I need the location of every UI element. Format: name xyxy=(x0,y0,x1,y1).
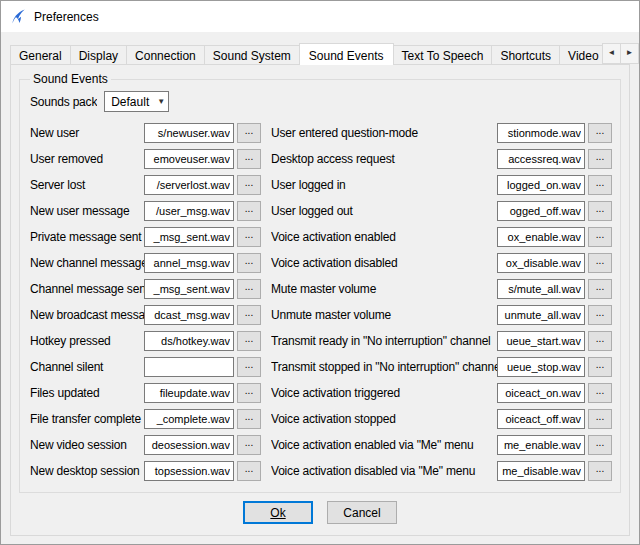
browse-button[interactable]: ... xyxy=(237,175,261,195)
sound-file-input[interactable] xyxy=(144,383,234,403)
sound-event-label: Voice activation disabled via "Me" menu xyxy=(271,464,497,478)
tab-scroll-left-button[interactable]: ◄ xyxy=(602,43,621,64)
ok-button[interactable]: Ok xyxy=(243,501,313,524)
sound-file-input[interactable] xyxy=(144,357,234,377)
sound-file-input[interactable] xyxy=(144,279,234,299)
browse-button[interactable]: ... xyxy=(237,409,261,429)
sound-event-label: User removed xyxy=(30,152,144,166)
browse-button[interactable]: ... xyxy=(237,279,261,299)
sound-event-label: New channel message xyxy=(30,256,144,270)
sound-file-input[interactable] xyxy=(497,383,585,403)
browse-button[interactable]: ... xyxy=(588,331,612,351)
sound-event-label: Voice activation triggered xyxy=(271,386,497,400)
sound-event-label: User logged in xyxy=(271,178,497,192)
tab-scroll-right-button[interactable]: ► xyxy=(620,43,639,64)
browse-button[interactable]: ... xyxy=(237,435,261,455)
teamtalk-app-icon xyxy=(10,8,27,25)
tab-strip: GeneralDisplayConnectionSound SystemSoun… xyxy=(10,43,639,65)
browse-button[interactable]: ... xyxy=(237,383,261,403)
sound-file-input[interactable] xyxy=(144,253,234,273)
sounds-pack-label: Sounds pack xyxy=(30,95,97,109)
sounds-pack-row: Sounds pack Default ▼ xyxy=(30,91,169,112)
sound-event-label: New user message xyxy=(30,204,144,218)
sound-event-row: Voice activation triggered... xyxy=(271,383,612,403)
sound-event-row: New video session... xyxy=(30,435,261,455)
sound-file-input[interactable] xyxy=(144,331,234,351)
sound-event-label: Mute master volume xyxy=(271,282,497,296)
sound-file-input[interactable] xyxy=(144,123,234,143)
browse-button[interactable]: ... xyxy=(237,305,261,325)
sound-event-row: User logged in... xyxy=(271,175,612,195)
tab-video[interactable]: Video xyxy=(559,45,607,65)
sound-event-label: Files updated xyxy=(30,386,144,400)
browse-button[interactable]: ... xyxy=(237,461,261,481)
sound-file-input[interactable] xyxy=(144,409,234,429)
sound-file-input[interactable] xyxy=(144,435,234,455)
cancel-button[interactable]: Cancel xyxy=(327,501,397,524)
sounds-pack-select[interactable]: Default ▼ xyxy=(104,91,169,112)
sound-file-input[interactable] xyxy=(144,149,234,169)
browse-button[interactable]: ... xyxy=(588,201,612,221)
sound-file-input[interactable] xyxy=(497,409,585,429)
browse-button[interactable]: ... xyxy=(237,123,261,143)
browse-button[interactable]: ... xyxy=(237,253,261,273)
tab-connection[interactable]: Connection xyxy=(126,45,205,65)
sound-file-input[interactable] xyxy=(144,227,234,247)
tab-text-to-speech[interactable]: Text To Speech xyxy=(393,45,493,65)
sound-event-row: Server lost... xyxy=(30,175,261,195)
browse-button[interactable]: ... xyxy=(237,201,261,221)
sound-event-row: Channel message sent... xyxy=(30,279,261,299)
sound-file-input[interactable] xyxy=(497,227,585,247)
titlebar: Preferences xyxy=(1,1,639,32)
sound-file-input[interactable] xyxy=(497,201,585,221)
browse-button[interactable]: ... xyxy=(237,149,261,169)
browse-button[interactable]: ... xyxy=(588,435,612,455)
sound-event-row: New channel message... xyxy=(30,253,261,273)
browse-button[interactable]: ... xyxy=(237,227,261,247)
sound-file-input[interactable] xyxy=(497,435,585,455)
browse-button[interactable]: ... xyxy=(588,383,612,403)
sound-event-row: New broadcast message... xyxy=(30,305,261,325)
browse-button[interactable]: ... xyxy=(588,357,612,377)
tab-shortcuts[interactable]: Shortcuts xyxy=(491,45,560,65)
left-column: New user...User removed...Server lost...… xyxy=(30,123,261,487)
sound-file-input[interactable] xyxy=(144,201,234,221)
tab-sound-events[interactable]: Sound Events xyxy=(299,43,394,65)
sound-file-input[interactable] xyxy=(497,331,585,351)
sound-event-row: Transmit stopped in "No interruption" ch… xyxy=(271,357,612,377)
preferences-dialog: Preferences GeneralDisplayConnectionSoun… xyxy=(0,0,640,545)
sound-event-label: Channel message sent xyxy=(30,282,144,296)
sound-event-label: Voice activation disabled xyxy=(271,256,497,270)
sound-file-input[interactable] xyxy=(497,461,585,481)
sound-file-input[interactable] xyxy=(497,279,585,299)
browse-button[interactable]: ... xyxy=(237,357,261,377)
browse-button[interactable]: ... xyxy=(588,253,612,273)
browse-button[interactable]: ... xyxy=(237,331,261,351)
browse-button[interactable]: ... xyxy=(588,305,612,325)
sound-file-input[interactable] xyxy=(144,305,234,325)
tab-display[interactable]: Display xyxy=(70,45,127,65)
tab-sound-system[interactable]: Sound System xyxy=(204,45,300,65)
sound-event-row: Private message sent... xyxy=(30,227,261,247)
browse-button[interactable]: ... xyxy=(588,123,612,143)
sound-event-row: Hotkey pressed... xyxy=(30,331,261,351)
sound-event-label: Channel silent xyxy=(30,360,144,374)
sound-file-input[interactable] xyxy=(497,149,585,169)
browse-button[interactable]: ... xyxy=(588,461,612,481)
browse-button[interactable]: ... xyxy=(588,175,612,195)
browse-button[interactable]: ... xyxy=(588,279,612,299)
sound-file-input[interactable] xyxy=(497,357,585,377)
browse-button[interactable]: ... xyxy=(588,149,612,169)
sound-file-input[interactable] xyxy=(497,123,585,143)
sound-file-input[interactable] xyxy=(497,305,585,325)
sound-file-input[interactable] xyxy=(144,175,234,195)
sound-event-label: Hotkey pressed xyxy=(30,334,144,348)
sound-event-label: Private message sent xyxy=(30,230,144,244)
sound-file-input[interactable] xyxy=(497,253,585,273)
browse-button[interactable]: ... xyxy=(588,409,612,429)
browse-button[interactable]: ... xyxy=(588,227,612,247)
sound-file-input[interactable] xyxy=(144,461,234,481)
tab-general[interactable]: General xyxy=(10,45,71,65)
sound-event-row: Voice activation stopped... xyxy=(271,409,612,429)
sound-file-input[interactable] xyxy=(497,175,585,195)
